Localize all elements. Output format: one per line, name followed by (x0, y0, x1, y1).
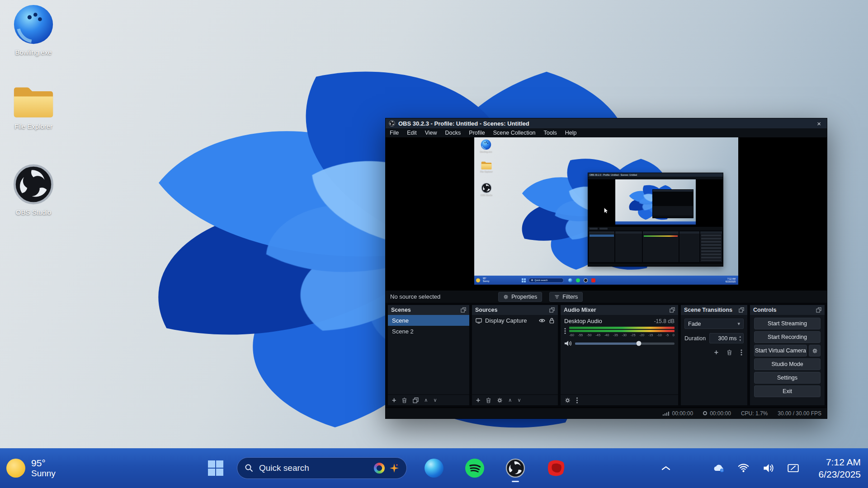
volume-slider-handle[interactable] (636, 341, 641, 346)
mixer-kebab-menu-button[interactable] (564, 328, 566, 334)
filters-button[interactable]: Filters (549, 292, 583, 302)
start-button[interactable] (206, 458, 226, 478)
meter-tick: -25 (631, 333, 636, 337)
pen-tablet-icon[interactable] (787, 463, 799, 474)
monitor-icon (476, 318, 482, 324)
preview-canvas: Bowling.exe File Explorer OBS Studio OBS… (474, 137, 738, 285)
scene-item-scene-2[interactable]: Scene 2 (388, 326, 469, 337)
taskbar-app-edge[interactable] (424, 458, 444, 478)
scenes-title: Scenes (391, 307, 411, 313)
menu-item-file[interactable]: File (386, 130, 403, 136)
capture-search-icon (531, 279, 533, 281)
sources-panel-header[interactable]: Sources (472, 305, 558, 315)
taskbar-app-red[interactable] (546, 458, 566, 478)
move-source-down-button[interactable]: ∨ (517, 397, 521, 403)
menu-item-view[interactable]: View (421, 130, 441, 136)
weather-widget[interactable]: 95° Sunny (6, 448, 56, 488)
add-scene-button[interactable]: + (392, 397, 396, 404)
remove-transition-button[interactable] (726, 349, 732, 356)
weather-temperature: 95° (31, 457, 56, 469)
move-source-up-button[interactable]: ∧ (508, 397, 512, 403)
scene-item-scene[interactable]: Scene (388, 315, 469, 326)
wifi-icon[interactable] (737, 463, 750, 474)
transition-select[interactable]: Fade ▾ (684, 319, 744, 329)
tray-overflow-button[interactable] (661, 465, 671, 471)
source-properties-button[interactable] (497, 397, 503, 404)
mute-toggle-speaker-icon[interactable] (564, 340, 572, 347)
taskbar-app-obs[interactable] (505, 458, 525, 478)
duration-value: 300 ms (718, 335, 736, 342)
volume-icon[interactable] (762, 463, 774, 474)
meter-scale: -60 -55 -50 -45 -40 -35 -30 -25 -20 -1 (569, 333, 675, 337)
capture-edge-icon (568, 278, 572, 282)
meter-tick: 0 (673, 333, 675, 337)
menu-item-edit[interactable]: Edit (403, 130, 421, 136)
desktop-icon-obs-studio[interactable]: OBS Studio (4, 164, 63, 216)
audio-mixer-header[interactable]: Audio Mixer (561, 305, 678, 315)
capture-nested-obs-window (652, 189, 693, 218)
duration-spinner[interactable]: ▴▾ (739, 335, 741, 342)
weather-condition: Sunny (31, 469, 56, 479)
obs-titlebar[interactable]: OBS 30.2.3 - Profile: Untitled - Scenes:… (386, 118, 827, 128)
scenes-panel-header[interactable]: Scenes (388, 305, 469, 315)
settings-button[interactable]: Settings (754, 372, 821, 384)
desktop-icon-bowling[interactable]: Bowling.exe (4, 4, 63, 56)
start-streaming-button[interactable]: Start Streaming (754, 318, 821, 329)
menu-item-scene-collection[interactable]: Scene Collection (489, 130, 540, 136)
volume-slider[interactable] (575, 343, 675, 345)
move-scene-down-button[interactable]: ∨ (433, 397, 437, 403)
obs-preview-area[interactable]: Bowling.exe File Explorer OBS Studio OBS… (386, 137, 827, 290)
stream-timer-value: 00:00:00 (672, 410, 693, 417)
popout-icon[interactable] (461, 307, 466, 313)
mixer-level-value: -15.8 dB (654, 318, 675, 324)
menu-item-profile[interactable]: Profile (465, 130, 489, 136)
scenes-toolbar: + ∧ ∨ (388, 394, 469, 405)
popout-icon[interactable] (739, 307, 744, 313)
add-transition-button[interactable]: + (714, 349, 718, 356)
transition-menu-button[interactable] (741, 349, 742, 356)
menu-item-docks[interactable]: Docks (441, 130, 465, 136)
taskbar-clock[interactable]: 7:12 AM 6/23/2025 (819, 456, 861, 481)
popout-icon[interactable] (816, 307, 821, 313)
obs-logo-icon (13, 164, 54, 205)
move-scene-up-button[interactable]: ∧ (424, 397, 428, 403)
popout-icon[interactable] (670, 307, 675, 313)
close-button[interactable]: × (814, 120, 824, 127)
source-row-display-capture[interactable]: Display Capture (472, 315, 558, 326)
mixer-menu-button[interactable] (576, 397, 578, 404)
search-input[interactable]: Quick search (237, 457, 407, 479)
obs-logo-icon (505, 458, 525, 478)
properties-button[interactable]: Properties (498, 292, 542, 302)
cloud-icon[interactable]: i (712, 463, 725, 474)
add-source-button[interactable]: + (476, 397, 480, 404)
capture-nested-desktop (615, 179, 696, 225)
transitions-panel-header[interactable]: Scene Transitions (681, 305, 747, 315)
taskbar-app-spotify[interactable] (465, 458, 485, 478)
fireworks-icon[interactable] (389, 463, 399, 473)
red-app-icon (546, 458, 566, 478)
studio-mode-button[interactable]: Studio Mode (754, 358, 821, 370)
desktop-icon-label: OBS Studio (16, 208, 51, 216)
exit-button[interactable]: Exit (754, 385, 821, 397)
remove-source-button[interactable] (486, 397, 491, 404)
visibility-eye-icon[interactable] (539, 318, 545, 323)
start-virtual-camera-button[interactable]: Start Virtual Camera (754, 345, 807, 357)
search-placeholder: Quick search (259, 463, 309, 473)
virtual-camera-config-button[interactable] (809, 345, 821, 357)
visual-search-icon[interactable] (374, 463, 385, 474)
capture-taskbar-apps (568, 278, 595, 282)
popout-icon[interactable] (549, 307, 555, 313)
duration-input[interactable]: 300 ms ▴▾ (709, 333, 744, 343)
controls-panel-header[interactable]: Controls (750, 305, 825, 315)
advanced-audio-gear-button[interactable] (565, 397, 571, 404)
start-recording-button[interactable]: Start Recording (754, 331, 821, 343)
capture-scenes-panel (589, 231, 614, 262)
lock-icon[interactable] (549, 318, 554, 324)
filter-icon (554, 294, 560, 300)
menu-item-help[interactable]: Help (561, 130, 581, 136)
capture-red-app-icon (591, 278, 595, 282)
remove-scene-button[interactable] (401, 397, 407, 404)
menu-item-tools[interactable]: Tools (540, 130, 561, 136)
desktop-icon-file-explorer[interactable]: File Explorer (4, 80, 63, 130)
duplicate-scene-button[interactable] (413, 397, 419, 404)
